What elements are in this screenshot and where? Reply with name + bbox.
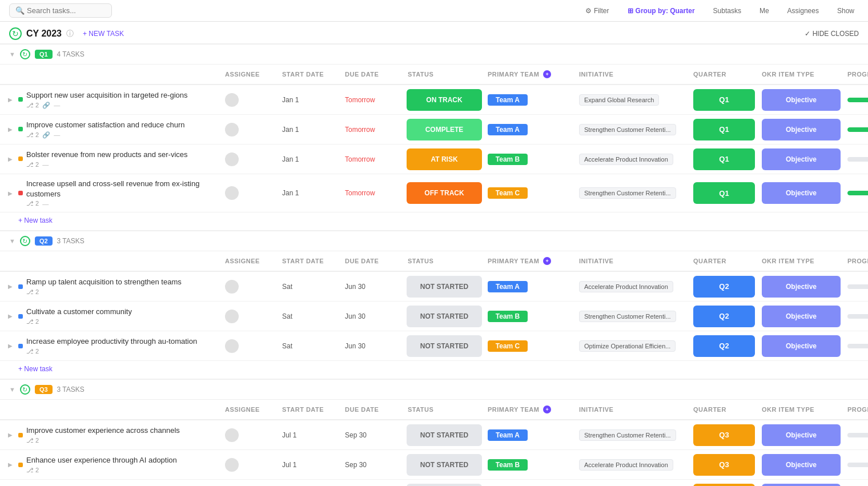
group-by-button[interactable]: ⊞ Group by: Quarter bbox=[623, 5, 700, 17]
avatar[interactable] bbox=[225, 123, 239, 136]
team-badge[interactable]: Team C bbox=[488, 187, 528, 199]
assignees-button[interactable]: Assignees bbox=[783, 5, 823, 17]
okr-badge[interactable]: Objective bbox=[762, 454, 841, 476]
search-box[interactable]: 🔍 bbox=[9, 3, 112, 18]
initiative-badge[interactable]: Optimize Operational Efficien... bbox=[579, 340, 676, 352]
quarter-expand-Q2[interactable]: ▼ bbox=[9, 238, 15, 244]
status-badge[interactable]: COMPLETE bbox=[407, 119, 482, 140]
quarter-value-badge[interactable]: Q3 bbox=[693, 454, 755, 476]
quarter-value-badge[interactable]: Q2 bbox=[693, 335, 755, 357]
status-cell[interactable]: NOT STARTED bbox=[404, 306, 484, 327]
task-expand-btn[interactable]: ▶ bbox=[8, 461, 15, 468]
status-badge[interactable]: NOT STARTED bbox=[407, 424, 482, 446]
okr-badge[interactable]: Objective bbox=[762, 306, 841, 327]
avatar[interactable] bbox=[225, 428, 239, 442]
avatar[interactable] bbox=[225, 152, 239, 166]
task-name[interactable]: Improve customer satisfaction and reduce… bbox=[26, 120, 184, 130]
status-cell[interactable]: NOT STARTED bbox=[404, 454, 484, 476]
task-expand-btn[interactable]: ▶ bbox=[8, 156, 15, 162]
status-badge[interactable]: NOT STARTED bbox=[407, 484, 482, 486]
status-cell[interactable]: NOT STARTED bbox=[404, 424, 484, 446]
avatar[interactable] bbox=[225, 339, 239, 353]
team-badge[interactable]: Team B bbox=[488, 311, 528, 322]
initiative-badge[interactable]: Strengthen Customer Retenti... bbox=[579, 187, 676, 199]
show-button[interactable]: Show bbox=[833, 5, 859, 17]
status-cell[interactable]: AT RISK bbox=[404, 148, 484, 170]
task-expand-btn[interactable]: ▶ bbox=[8, 190, 15, 196]
add-new-task-link[interactable]: + New task bbox=[18, 365, 53, 373]
task-name[interactable]: Enhance user experience through AI adopt… bbox=[26, 455, 177, 465]
task-name[interactable]: Ramp up talent acquisition to strengthen… bbox=[26, 277, 182, 287]
status-badge[interactable]: AT RISK bbox=[407, 148, 482, 170]
task-name[interactable]: Support new user acquisition in targeted… bbox=[26, 90, 188, 101]
search-input[interactable] bbox=[27, 6, 106, 15]
status-cell[interactable]: NOT STARTED bbox=[404, 276, 484, 298]
add-new-task-link[interactable]: + New task bbox=[18, 216, 53, 224]
okr-badge[interactable]: Objective bbox=[762, 335, 841, 357]
avatar[interactable] bbox=[225, 186, 239, 200]
task-expand-btn[interactable]: ▶ bbox=[8, 313, 15, 319]
okr-badge[interactable]: Objective bbox=[762, 148, 841, 170]
status-cell[interactable]: OFF TRACK bbox=[404, 182, 484, 204]
subtasks-button[interactable]: Subtasks bbox=[709, 5, 746, 17]
okr-badge[interactable]: Objective bbox=[762, 182, 841, 204]
new-task-button[interactable]: + NEW TASK bbox=[78, 28, 128, 39]
avatar[interactable] bbox=[225, 458, 239, 472]
status-badge[interactable]: NOT STARTED bbox=[407, 454, 482, 476]
task-expand-btn[interactable]: ▶ bbox=[8, 126, 15, 132]
okr-badge[interactable]: Objective bbox=[762, 276, 841, 298]
initiative-badge[interactable]: Accelerate Product Innovation bbox=[579, 281, 673, 292]
quarter-expand-Q1[interactable]: ▼ bbox=[9, 51, 15, 58]
team-badge[interactable]: Team C bbox=[488, 340, 528, 352]
task-expand-btn[interactable]: ▶ bbox=[8, 343, 15, 349]
quarter-value-badge[interactable]: Q3 bbox=[693, 484, 755, 486]
task-name[interactable]: Improve customer experience across chann… bbox=[26, 425, 180, 436]
quarter-value-badge[interactable]: Q2 bbox=[693, 306, 755, 327]
info-icon[interactable]: ⓘ bbox=[66, 29, 74, 39]
team-badge[interactable]: Team A bbox=[488, 94, 528, 106]
team-badge[interactable]: Team B bbox=[488, 154, 528, 165]
status-badge[interactable]: NOT STARTED bbox=[407, 306, 482, 327]
me-button[interactable]: Me bbox=[755, 5, 774, 17]
task-name[interactable]: Cultivate a customer community bbox=[26, 307, 132, 317]
status-cell[interactable]: ON TRACK bbox=[404, 89, 484, 111]
filter-button[interactable]: ⚙ Filter bbox=[581, 5, 614, 17]
team-badge[interactable]: Team A bbox=[488, 429, 528, 441]
avatar[interactable] bbox=[225, 280, 239, 294]
team-badge[interactable]: Team A bbox=[488, 281, 528, 292]
status-cell[interactable]: NOT STARTED bbox=[404, 484, 484, 486]
okr-badge[interactable]: Objective bbox=[762, 119, 841, 140]
task-expand-btn[interactable]: ▶ bbox=[8, 283, 15, 290]
team-badge[interactable]: Team B bbox=[488, 459, 528, 471]
okr-badge[interactable]: Objective bbox=[762, 424, 841, 446]
quarter-expand-Q3[interactable]: ▼ bbox=[9, 386, 15, 393]
status-badge[interactable]: NOT STARTED bbox=[407, 335, 482, 357]
quarter-value-badge[interactable]: Q1 bbox=[693, 148, 755, 170]
task-name[interactable]: Bolster revenue from new products and se… bbox=[26, 150, 188, 160]
status-cell[interactable]: NOT STARTED bbox=[404, 335, 484, 357]
quarter-value-badge[interactable]: Q1 bbox=[693, 119, 755, 140]
initiative-badge[interactable]: Strengthen Customer Retenti... bbox=[579, 311, 676, 322]
quarter-value-badge[interactable]: Q3 bbox=[693, 424, 755, 446]
quarter-value-badge[interactable]: Q1 bbox=[693, 89, 755, 111]
task-name[interactable]: Increase employee productivity through a… bbox=[26, 336, 197, 347]
avatar[interactable] bbox=[225, 310, 239, 323]
avatar[interactable] bbox=[225, 93, 239, 107]
initiative-badge[interactable]: Strengthen Customer Retenti... bbox=[579, 124, 676, 135]
status-cell[interactable]: COMPLETE bbox=[404, 119, 484, 140]
status-badge[interactable]: NOT STARTED bbox=[407, 276, 482, 298]
task-expand-btn[interactable]: ▶ bbox=[8, 97, 15, 103]
okr-badge[interactable]: Objective bbox=[762, 89, 841, 111]
task-expand-btn[interactable]: ▶ bbox=[8, 432, 15, 438]
quarter-value-badge[interactable]: Q1 bbox=[693, 182, 755, 204]
hide-closed-button[interactable]: ✓ HIDE CLOSED bbox=[805, 30, 859, 38]
quarter-value-badge[interactable]: Q2 bbox=[693, 276, 755, 298]
initiative-badge[interactable]: Expand Global Research bbox=[579, 94, 659, 106]
okr-badge[interactable]: Objective bbox=[762, 484, 841, 486]
status-badge[interactable]: OFF TRACK bbox=[407, 182, 482, 204]
team-badge[interactable]: Team A bbox=[488, 124, 528, 135]
initiative-badge[interactable]: Strengthen Customer Retenti... bbox=[579, 429, 676, 441]
status-badge[interactable]: ON TRACK bbox=[407, 89, 482, 111]
initiative-badge[interactable]: Accelerate Product Innovation bbox=[579, 154, 673, 165]
initiative-badge[interactable]: Accelerate Product Innovation bbox=[579, 459, 673, 471]
